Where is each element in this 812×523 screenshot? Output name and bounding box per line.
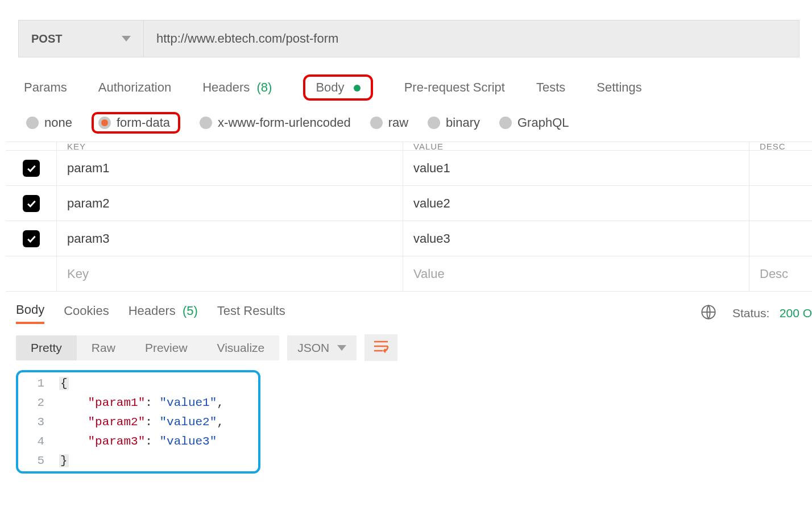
body-type-label: none (44, 115, 72, 130)
body-type-label: GraphQL (517, 115, 569, 130)
table-row: param3 value3 (6, 221, 812, 256)
response-format-select[interactable]: JSON (287, 335, 357, 360)
line-number: 5 (18, 454, 59, 467)
request-tabs: Params Authorization Headers (8) Body Pr… (6, 57, 812, 106)
code-line: 5 } (18, 451, 224, 470)
table-row: param2 value2 (6, 186, 812, 221)
cell-value[interactable]: value2 (403, 186, 749, 221)
body-type-none[interactable]: none (26, 115, 72, 130)
tab-settings[interactable]: Settings (596, 80, 642, 95)
url-text: http://www.ebtech.com/post-form (156, 31, 338, 46)
body-type-form-data[interactable]: form-data (98, 115, 170, 130)
response-bar: Body Cookies Headers (5) Test Results St… (6, 292, 812, 324)
cell-key[interactable]: param3 (57, 221, 403, 256)
globe-icon[interactable] (701, 304, 716, 323)
line-number: 3 (18, 416, 59, 429)
col-key: KEY (57, 142, 403, 150)
tab-body[interactable]: Body (316, 80, 360, 95)
view-raw[interactable]: Raw (77, 335, 130, 360)
cell-key[interactable]: param1 (57, 151, 403, 185)
tab-prerequest[interactable]: Pre-request Script (404, 80, 505, 95)
radio-icon (428, 117, 440, 129)
body-type-label: form-data (117, 115, 170, 130)
body-type-label: raw (388, 115, 408, 130)
view-pretty[interactable]: Pretty (16, 335, 77, 360)
body-type-graphql[interactable]: GraphQL (499, 115, 569, 130)
body-type-row: none form-data x-www-form-urlencoded raw… (6, 106, 812, 142)
tab-body-label: Body (316, 80, 344, 94)
row-checkbox[interactable] (23, 230, 40, 247)
row-checkbox[interactable] (23, 160, 40, 177)
url-input[interactable]: http://www.ebtech.com/post-form (144, 20, 799, 57)
http-method-select[interactable]: POST (19, 20, 144, 57)
status-label: Status: (732, 306, 769, 319)
headers-count: (8) (257, 80, 272, 94)
cell-value[interactable]: value1 (403, 151, 749, 185)
status-code: 200 O (780, 306, 812, 319)
row-checkbox[interactable] (23, 195, 40, 212)
code-line: 4 "param3": "value3" (18, 431, 224, 451)
view-visualize[interactable]: Visualize (202, 335, 280, 360)
tab-body-highlight: Body (303, 74, 372, 101)
resp-tab-testresults[interactable]: Test Results (217, 304, 285, 323)
radio-icon (200, 117, 212, 129)
cell-desc[interactable] (749, 151, 812, 185)
code-line: 2 "param1": "value1", (18, 393, 224, 412)
chevron-down-icon (122, 36, 131, 41)
col-value: VALUE (403, 142, 749, 150)
tab-params[interactable]: Params (24, 80, 67, 95)
response-tabs: Body Cookies Headers (5) Test Results (16, 302, 285, 324)
body-type-urlencoded[interactable]: x-www-form-urlencoded (200, 115, 351, 130)
tab-authorization[interactable]: Authorization (98, 80, 171, 95)
body-type-label: x-www-form-urlencoded (218, 115, 351, 130)
resp-tab-body[interactable]: Body (16, 302, 44, 324)
table-row-new: Key Value Desc (6, 256, 812, 292)
resp-tab-headers[interactable]: Headers (5) (129, 304, 198, 323)
new-key-input[interactable]: Key (57, 256, 403, 291)
table-row: param1 value1 (6, 151, 812, 186)
radio-icon (26, 117, 39, 129)
resp-tab-cookies[interactable]: Cookies (64, 304, 109, 323)
line-number: 1 (18, 377, 59, 390)
line-number: 2 (18, 396, 59, 409)
cell-desc[interactable] (749, 186, 812, 221)
url-bar: POST http://www.ebtech.com/post-form (18, 20, 799, 57)
form-data-highlight: form-data (92, 112, 180, 134)
wrap-lines-button[interactable] (364, 334, 397, 361)
response-toolbar: Pretty Raw Preview Visualize JSON (6, 324, 812, 368)
radio-icon-selected (98, 117, 111, 129)
line-number: 4 (18, 435, 59, 448)
body-indicator-dot (354, 85, 361, 92)
tab-headers-label: Headers (202, 80, 250, 94)
col-desc: DESC (749, 142, 812, 150)
chevron-down-icon (337, 345, 346, 351)
cell-key[interactable]: param2 (57, 186, 403, 221)
radio-icon (499, 117, 512, 129)
table-header: KEY VALUE DESC (6, 142, 812, 151)
form-data-table: KEY VALUE DESC param1 value1 param2 valu… (6, 142, 812, 292)
radio-icon (370, 117, 383, 129)
http-method-label: POST (31, 32, 62, 45)
tab-tests[interactable]: Tests (536, 80, 565, 95)
body-type-raw[interactable]: raw (370, 115, 408, 130)
response-body-code[interactable]: 1 { 2 "param1": "value1", 3 "param2": "v… (16, 370, 260, 474)
body-type-binary[interactable]: binary (428, 115, 480, 130)
response-view-tabs: Pretty Raw Preview Visualize (16, 335, 279, 360)
resp-headers-count: (5) (183, 304, 198, 318)
body-type-label: binary (446, 115, 480, 130)
brace: { (59, 377, 69, 390)
cell-desc[interactable] (749, 221, 812, 256)
code-line: 1 { (18, 373, 224, 393)
response-format-label: JSON (297, 341, 329, 355)
new-desc-input[interactable]: Desc (749, 256, 812, 291)
view-preview[interactable]: Preview (130, 335, 202, 360)
resp-tab-headers-label: Headers (129, 304, 176, 318)
new-value-input[interactable]: Value (403, 256, 749, 291)
code-line: 3 "param2": "value2", (18, 412, 224, 431)
cell-value[interactable]: value3 (403, 221, 749, 256)
tab-headers[interactable]: Headers (8) (202, 80, 272, 95)
brace: } (59, 454, 69, 467)
